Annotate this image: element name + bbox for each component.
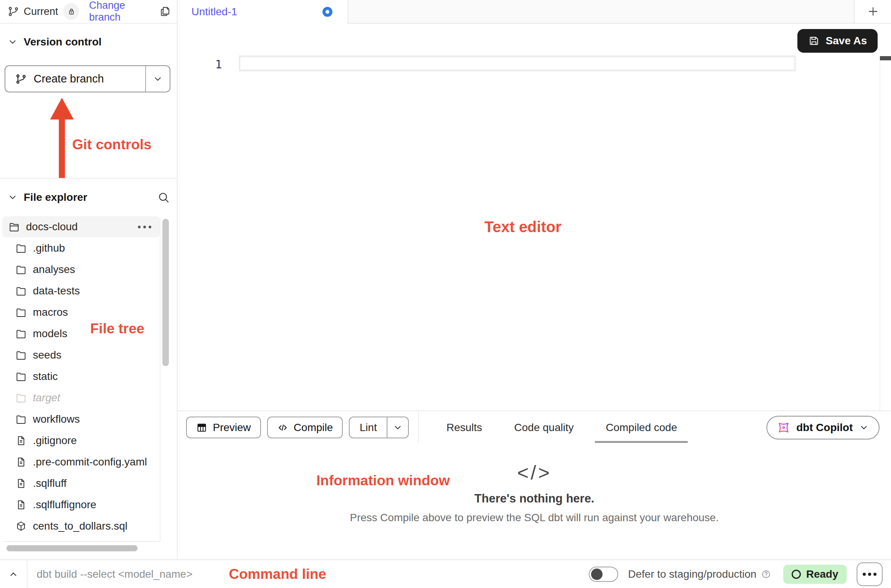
tab-code-quality[interactable]: Code quality [498, 411, 590, 444]
compile-button[interactable]: Compile [267, 417, 343, 438]
version-control-header: Version control [0, 24, 177, 48]
tab-label: Untitled-1 [191, 6, 237, 18]
editor-scrollbar-thumb[interactable] [880, 56, 891, 60]
file-explorer-title: File explorer [24, 191, 87, 204]
dbt-copilot-button[interactable]: dbt Copilot [766, 416, 880, 439]
tree-vertical-scrollbar[interactable] [162, 219, 169, 366]
annotation-arrow-up [50, 98, 74, 179]
tree-horizontal-scrollbar[interactable] [6, 545, 138, 551]
text-editor[interactable]: 1 Text editor [178, 57, 891, 410]
annotation-git-controls: Git controls [72, 137, 152, 153]
more-options-icon[interactable] [138, 226, 160, 228]
file-icon [15, 435, 27, 446]
version-control-title: Version control [24, 36, 102, 48]
search-icon[interactable] [157, 191, 170, 204]
editor-scrollbar-track [880, 60, 880, 410]
more-options-button[interactable] [857, 562, 883, 586]
create-branch-main[interactable]: Create branch [5, 66, 145, 92]
tree-item-seeds[interactable]: seeds [0, 344, 160, 366]
folder-icon [15, 328, 27, 339]
command-input[interactable]: dbt build --select <model_name> [37, 568, 193, 580]
defer-label: Defer to staging/production [628, 568, 757, 580]
tree-item-analyses[interactable]: analyses [0, 259, 160, 280]
tree-item-github[interactable]: .github [0, 237, 160, 259]
folder-open-icon [8, 221, 20, 233]
lint-dropdown[interactable] [387, 417, 408, 438]
dbt-ide-app: Current Change branch Version control Cr… [0, 0, 891, 588]
annotation-file-tree: File tree [90, 321, 144, 337]
create-branch-button[interactable]: Create branch [5, 65, 170, 92]
copilot-icon [777, 421, 790, 434]
help-icon[interactable] [761, 569, 771, 579]
tree-item-label: docs-cloud [26, 221, 78, 233]
tree-item-label: cents_to_dollars.sql [33, 520, 127, 532]
tree-item-macros[interactable]: macros [0, 302, 160, 323]
tree-item-label: models [33, 328, 67, 340]
current-branch-label: Current [24, 6, 58, 18]
lint-button-group: Lint [349, 417, 409, 438]
results-tabs: Results Code quality Compiled code [430, 411, 693, 444]
copy-icon[interactable] [159, 6, 171, 17]
change-branch-link[interactable]: Change branch [89, 0, 155, 23]
tab-results[interactable]: Results [430, 411, 498, 444]
editor-toolbar: Save As [178, 24, 891, 57]
tree-item-sqlfluff[interactable]: .sqlfluff [0, 473, 160, 494]
active-line[interactable] [240, 57, 794, 69]
create-branch-dropdown[interactable] [145, 66, 170, 92]
chevron-down-icon [153, 74, 163, 84]
chevron-up-icon [8, 569, 18, 579]
git-branch-icon [8, 6, 19, 17]
annotation-information-window: Information window [316, 473, 450, 489]
tab-compiled-code[interactable]: Compiled code [590, 411, 693, 444]
tree-item-workflows[interactable]: workflows [0, 409, 160, 430]
folder-icon [15, 371, 27, 382]
tree-item-label: .github [33, 242, 65, 254]
folder-icon [15, 242, 27, 254]
lint-label: Lint [360, 422, 377, 434]
tree-item-label: data-tests [33, 285, 80, 297]
tab-untitled-1[interactable]: Untitled-1 [178, 0, 348, 24]
plus-icon [867, 5, 880, 18]
tree-item-pre-commit-config[interactable]: .pre-commit-config.yaml [0, 451, 160, 473]
folder-icon [15, 285, 27, 297]
preview-button[interactable]: Preview [186, 417, 261, 438]
file-icon [15, 456, 27, 468]
tree-item-data-tests[interactable]: data-tests [0, 280, 160, 302]
folder-icon [15, 349, 27, 361]
tree-item-static[interactable]: static [0, 366, 160, 387]
code-icon: </> [517, 461, 551, 484]
folder-icon [15, 307, 27, 318]
tree-divider [4, 541, 160, 542]
tree-item-target[interactable]: target [0, 387, 160, 409]
tab-strip-empty [348, 0, 854, 24]
create-branch-label: Create branch [34, 73, 104, 85]
save-as-button[interactable]: Save As [797, 29, 878, 53]
tree-item-label: static [33, 370, 58, 383]
new-tab-button[interactable] [854, 0, 891, 24]
empty-state-subtitle: Press Compile above to preview the SQL d… [350, 512, 719, 524]
unsaved-changes-dot [322, 7, 332, 17]
model-cube-icon [15, 520, 27, 532]
chevron-down-icon[interactable] [8, 192, 18, 202]
tree-item-sqlfluffignore[interactable]: .sqlfluffignore [0, 494, 160, 515]
chevron-down-icon[interactable] [8, 37, 18, 47]
expand-command-bar-button[interactable] [0, 560, 28, 588]
toggle-knob [591, 569, 603, 580]
tree-item-label: workflows [33, 413, 80, 425]
lint-button[interactable]: Lint [350, 417, 387, 438]
branch-lock-badge [63, 3, 79, 20]
information-window: </> There's nothing here. Press Compile … [178, 443, 891, 559]
tree-item-docs-cloud[interactable]: docs-cloud [2, 216, 160, 237]
code-icon [277, 422, 288, 433]
tree-item-label: macros [33, 306, 68, 318]
git-header: Current Change branch [0, 0, 177, 24]
file-tree: docs-cloud .github analyses data-tests m… [0, 216, 160, 537]
tree-item-gitignore[interactable]: .gitignore [0, 430, 160, 451]
defer-toggle[interactable] [589, 567, 618, 582]
empty-state-title: There's nothing here. [475, 492, 595, 506]
copilot-label: dbt Copilot [796, 422, 853, 434]
file-explorer-header: File explorer [0, 178, 178, 216]
tree-item-cents-to-dollars[interactable]: cents_to_dollars.sql [0, 515, 160, 537]
sidebar: Current Change branch Version control Cr… [0, 0, 178, 559]
tree-item-label: .pre-commit-config.yaml [33, 456, 147, 468]
